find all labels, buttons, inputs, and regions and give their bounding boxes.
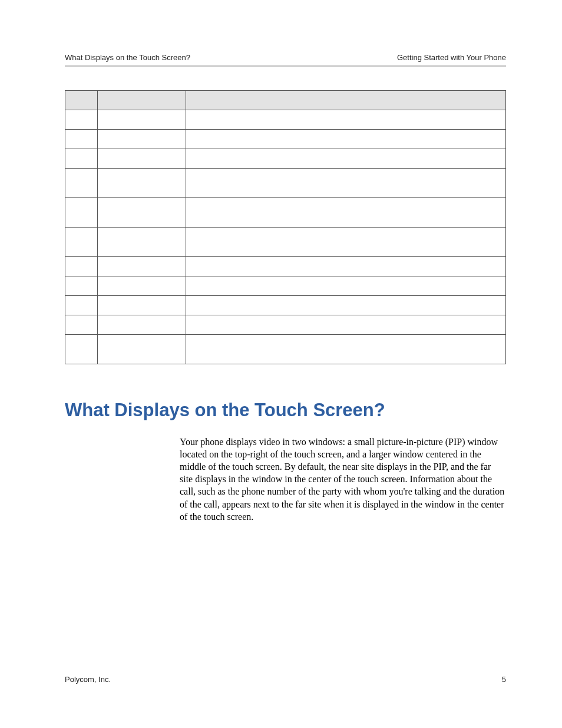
table-area xyxy=(65,90,506,364)
table-cell xyxy=(98,198,186,228)
table-cell xyxy=(186,257,506,276)
table-cell xyxy=(98,130,186,149)
table-cell xyxy=(98,296,186,315)
section-body: Your phone displays video in two windows… xyxy=(180,436,506,523)
table-cell xyxy=(186,296,506,315)
table-row xyxy=(65,228,506,257)
footer-company: Polycom, Inc. xyxy=(65,675,111,684)
header-left: What Displays on the Touch Screen? xyxy=(65,53,190,62)
table-cell xyxy=(65,130,98,149)
table-cell xyxy=(98,169,186,198)
table-row xyxy=(65,198,506,228)
table-cell xyxy=(186,110,506,130)
table-cell xyxy=(98,335,186,364)
page-footer: Polycom, Inc. 5 xyxy=(65,675,506,684)
table-cell xyxy=(65,315,98,335)
table-row xyxy=(65,169,506,198)
table-cell xyxy=(98,315,186,335)
table-cell xyxy=(98,110,186,130)
table-row xyxy=(65,276,506,296)
table-cell xyxy=(186,315,506,335)
table-cell xyxy=(186,198,506,228)
page-header: What Displays on the Touch Screen? Getti… xyxy=(65,53,506,65)
footer-page-number: 5 xyxy=(502,675,506,684)
table-cell xyxy=(65,169,98,198)
table-cell xyxy=(98,276,186,296)
document-table xyxy=(65,90,506,364)
table-row xyxy=(65,110,506,130)
table-cell xyxy=(65,276,98,296)
table-row xyxy=(65,257,506,276)
section-heading: What Displays on the Touch Screen? xyxy=(65,400,506,421)
table-cell xyxy=(186,335,506,364)
table-cell xyxy=(98,257,186,276)
table-row xyxy=(65,149,506,169)
header-rule xyxy=(65,65,506,67)
table-cell xyxy=(186,169,506,198)
table-row xyxy=(65,130,506,149)
table-cell xyxy=(186,228,506,257)
table-row xyxy=(65,335,506,364)
table-cell xyxy=(65,110,98,130)
header-right: Getting Started with Your Phone xyxy=(397,53,506,62)
table-cell xyxy=(65,198,98,228)
table-cell xyxy=(98,149,186,169)
table-cell xyxy=(65,228,98,257)
table-header-row xyxy=(65,91,506,110)
table-cell xyxy=(186,276,506,296)
table-header-cell xyxy=(186,91,506,110)
table-cell xyxy=(65,257,98,276)
table-cell xyxy=(65,296,98,315)
table-row xyxy=(65,315,506,335)
table-cell xyxy=(98,228,186,257)
table-cell xyxy=(65,335,98,364)
table-row xyxy=(65,296,506,315)
table-cell xyxy=(186,149,506,169)
table-cell xyxy=(65,149,98,169)
table-cell xyxy=(186,130,506,149)
table-header-cell xyxy=(65,91,98,110)
table-header-cell xyxy=(98,91,186,110)
